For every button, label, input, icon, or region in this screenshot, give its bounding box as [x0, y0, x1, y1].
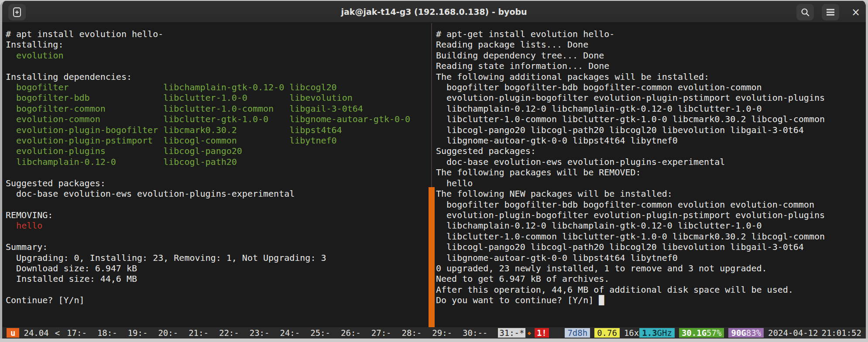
window-entry[interactable]: 18:- [97, 328, 117, 338]
terminal-line: evolution-plugin-bogofilter libcmark0.30… [6, 125, 427, 135]
terminal-line: bogofilter bogofilter-bdb bogofilter-com… [436, 199, 865, 210]
system-indicators: 7d8h 0.76 16x 1.3GHz 30.1G57% 90G83% 202… [565, 328, 861, 338]
byobu-status-bar: u 24.04 < 17:-18:-19:-20:-21:-22:-23:-24… [2, 327, 866, 339]
hamburger-menu-icon [826, 8, 835, 16]
terminal-line: Suggested packages: [6, 178, 427, 188]
terminal-area: # apt install evolution hello-Installing… [2, 23, 866, 327]
terminal-line: Continue? [Y/n] [6, 295, 427, 305]
terminal-line: Reading package lists... Done [436, 39, 865, 50]
terminal-line: hello [436, 178, 865, 188]
terminal-line: Suggested packages: [436, 146, 865, 156]
window-entry[interactable]: 24:- [280, 328, 300, 338]
window-entry[interactable]: 27:- [371, 328, 391, 338]
close-icon: × [851, 6, 860, 18]
uptime-badge: 7d8h [565, 328, 590, 338]
terminal-line: libclutter-1.0-common libclutter-gtk-1.0… [436, 231, 865, 242]
terminal-line: evolution-common libclutter-gtk-1.0-0 li… [6, 114, 427, 124]
window-entry[interactable]: 20:- [158, 328, 178, 338]
search-icon [800, 7, 810, 17]
current-window-entry[interactable]: 31:-* [498, 328, 525, 338]
terminal-line: The following packages will be REMOVED: [436, 167, 865, 178]
terminal-line: # apt-get install evolution hello- [436, 29, 865, 39]
terminal-line: Installing dependencies: [6, 72, 427, 82]
terminal-line [6, 167, 427, 178]
terminal-line: doc-base evolution-ews evolution-plugins… [436, 157, 865, 167]
terminal-line: libchamplain-0.12-0 libchamplain-gtk-0.1… [436, 103, 865, 114]
terminal-line: Do you want to continue? [Y/n] █ [436, 295, 865, 305]
right-pane-apt-get-install[interactable]: # apt-get install evolution hello-Readin… [436, 23, 865, 327]
terminal-line: evolution-plugin-bogofilter evolution-pl… [436, 210, 865, 220]
terminal-window: jak@jak-t14-g3 (192.168.0.138) - byobu ×… [0, 1, 868, 339]
terminal-line: libclutter-1.0-common libclutter-gtk-1.0… [436, 114, 865, 124]
terminal-line: # apt install evolution hello- [6, 29, 427, 39]
terminal-line: doc-base evolution-ews evolution-plugins… [6, 188, 427, 199]
cpu-count: 16x [624, 328, 639, 338]
window-entry[interactable]: 21:- [189, 328, 209, 338]
window-list-overflow-arrow: < [55, 328, 60, 338]
terminal-line: REMOVING: [6, 210, 427, 220]
terminal-line: Reading state information... Done [436, 61, 865, 71]
terminal-line [6, 231, 427, 242]
window-entry[interactable]: 29:- [432, 328, 452, 338]
terminal-line: Download size: 6.947 kB [6, 263, 427, 274]
load-average-badge: 0.76 [594, 328, 620, 338]
search-button[interactable] [796, 4, 814, 21]
terminal-line: Summary: [6, 242, 427, 252]
window-entry[interactable]: 22:- [219, 328, 239, 338]
terminal-line: libchamplain-0.12-0 libcogl-path20 [6, 157, 427, 167]
terminal-line: 0 upgraded, 23 newly installed, 1 to rem… [436, 263, 865, 274]
text-cursor: █ [599, 295, 604, 305]
terminal-line: Installing: [6, 39, 427, 50]
terminal-line: hello [6, 220, 427, 231]
alert-count-badge: 1! [535, 328, 549, 338]
terminal-line: After this operation, 44,6 MB of additio… [436, 284, 865, 295]
memory-usage-badge: 30.1G57% [679, 328, 724, 338]
terminal-line: libchamplain-0.12-0 libchamplain-gtk-0.1… [436, 220, 865, 231]
terminal-line: libgnome-autoar-gtk-0-0 libpst4t64 libyt… [436, 253, 865, 263]
menu-button[interactable] [822, 4, 839, 21]
terminal-line: bogofilter-bdb libclutter-1.0-0 libevolu… [6, 92, 427, 103]
window-entry[interactable]: 30:-- [463, 328, 487, 338]
terminal-line: Upgrading: 0, Installing: 23, Removing: … [6, 253, 427, 263]
titlebar[interactable]: jak@jak-t14-g3 (192.168.0.138) - byobu × [2, 1, 866, 23]
terminal-line: evolution-plugin-pstimport libcogl-commo… [6, 135, 427, 146]
window-entry[interactable]: 17:- [67, 328, 87, 338]
close-button[interactable]: × [847, 4, 865, 21]
release-version: 24.04 [24, 328, 48, 338]
window-entry[interactable]: 25:- [310, 328, 330, 338]
terminal-line: evolution-plugin-bogofilter evolution-pl… [436, 92, 865, 103]
terminal-line: bogofilter bogofilter-bdb bogofilter-com… [436, 82, 865, 92]
terminal-line: The following additional packages will b… [436, 72, 865, 82]
window-entry[interactable]: 19:- [128, 328, 148, 338]
new-tab-button[interactable] [8, 4, 26, 21]
active-pane-indicator [429, 187, 435, 327]
disk-usage-badge: 90G83% [728, 328, 764, 338]
time-display: 21:01:52 [821, 328, 861, 338]
terminal-line [6, 284, 427, 295]
date-display: 2024-04-12 [768, 328, 818, 338]
window-entry[interactable]: 26:- [341, 328, 361, 338]
terminal-line: bogofilter libchamplain-gtk-0.12-0 libco… [6, 82, 427, 92]
window-entry[interactable]: 28:- [402, 328, 422, 338]
window-entry[interactable]: 23:- [250, 328, 270, 338]
left-pane-apt-install[interactable]: # apt install evolution hello-Installing… [6, 23, 427, 327]
window-title: jak@jak-t14-g3 (192.168.0.138) - byobu [2, 1, 866, 23]
cpu-frequency-badge: 1.3GHz [639, 328, 675, 338]
terminal-line: Installed size: 44,6 MB [6, 274, 427, 284]
window-list: 17:-18:-19:-20:-21:-22:-23:-24:-25:-26:-… [67, 328, 498, 338]
new-tab-icon [12, 7, 22, 17]
terminal-line: bogofilter-common libclutter-1.0-common … [6, 103, 427, 114]
terminal-line: libcogl-pango20 libcogl-path20 libcogl20… [436, 125, 865, 135]
terminal-line: evolution [6, 50, 427, 61]
terminal-line: Building dependency tree... Done [436, 50, 865, 61]
terminal-line: evolution-plugins libcogl-pango20 [6, 146, 427, 156]
terminal-line [6, 61, 427, 71]
terminal-line: The following NEW packages will be insta… [436, 188, 865, 199]
terminal-line: libgnome-autoar-gtk-0-0 libpst4t64 libyt… [436, 135, 865, 146]
terminal-line [6, 199, 427, 210]
ubuntu-logo-badge: u [7, 328, 19, 338]
terminal-line: libcogl-pango20 libcogl-path20 libcogl20… [436, 242, 865, 252]
terminal-line: Need to get 6.947 kB of archives. [436, 274, 865, 284]
activity-flag-icon: ◆ [527, 329, 531, 336]
